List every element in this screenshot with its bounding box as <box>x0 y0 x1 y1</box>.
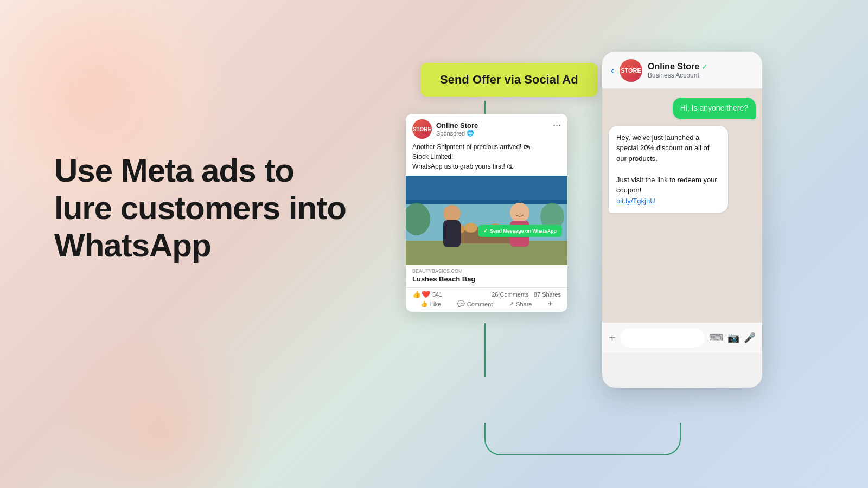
fb-share-button[interactable]: ↗ Share <box>509 300 532 307</box>
market-scene-svg <box>406 176 567 265</box>
wa-contact-avatar: STORE <box>620 59 642 82</box>
wa-coupon-link[interactable]: bit.ly/TgkjhU <box>616 197 655 205</box>
reactions-count: 541 <box>432 291 442 298</box>
wa-business-label: Business Account <box>648 72 754 79</box>
wa-input-icons: ⌨ 📷 🎤 <box>709 332 756 344</box>
svg-rect-3 <box>406 241 567 265</box>
fb-comment-icon: 💬 <box>457 300 465 307</box>
headline-line3: WhatsApp <box>54 227 211 264</box>
svg-rect-2 <box>406 200 567 204</box>
fb-more-options-icon[interactable]: ··· <box>553 119 561 131</box>
svg-point-12 <box>510 203 529 222</box>
wa-contact-info: Online Store ✓ Business Account <box>648 62 754 79</box>
fb-whatsapp-cta[interactable]: ✓ Send Message on WhatsApp <box>478 225 562 237</box>
fb-post-text: Another Shipment of precious arrived! 🛍 … <box>406 142 567 176</box>
svg-rect-11 <box>443 220 461 247</box>
connector-bottom-curve <box>484 423 681 455</box>
wa-mic-icon[interactable]: 🎤 <box>744 332 756 344</box>
fb-like-button[interactable]: 👍 Like <box>420 300 441 307</box>
fb-sponsored-label: Sponsored 🌐 <box>436 130 478 137</box>
fb-product-name: Lushes Beach Bag <box>412 275 561 283</box>
send-offer-button[interactable]: Send Offer via Social Ad <box>420 63 598 97</box>
fb-share-label: Share <box>516 301 532 307</box>
headline-section: Use Meta ads to lure customers into What… <box>54 152 391 264</box>
sponsored-dot-icon: 🌐 <box>467 130 474 137</box>
shares-count: 87 Shares <box>534 291 561 298</box>
svg-point-10 <box>443 205 461 222</box>
wa-outgoing-text: Hi, Is anyone there? <box>680 104 748 112</box>
fb-reactions-bar: 👍 ❤️ 541 26 Comments 87 Shares <box>406 287 567 299</box>
wa-camera-icon[interactable]: 📷 <box>727 332 739 344</box>
fb-post-header: STORE Online Store Sponsored 🌐 ··· <box>406 114 567 142</box>
heart-icon: ❤️ <box>422 290 430 298</box>
fb-send-icon: ✈ <box>548 300 553 307</box>
fb-share-icon: ↗ <box>509 300 514 307</box>
fb-like-label: Like <box>430 301 441 307</box>
fb-post-url: BEAUTYBASICS.COM <box>412 268 561 274</box>
wa-contact-name-text: Online Store <box>648 62 699 72</box>
fb-send-button[interactable]: ✈ <box>548 300 553 307</box>
connector-bottom-vertical <box>484 323 486 377</box>
wa-input-area: + ⌨ 📷 🎤 <box>602 322 762 353</box>
wa-back-button[interactable]: ‹ <box>611 65 614 76</box>
wa-keyboard-icon[interactable]: ⌨ <box>709 332 723 344</box>
like-icon: 👍 <box>412 290 421 298</box>
fb-page-name: Online Store <box>436 121 478 130</box>
svg-rect-1 <box>406 176 567 202</box>
svg-point-6 <box>464 223 477 233</box>
fb-comment-button[interactable]: 💬 Comment <box>457 300 493 307</box>
fb-text-line1: Another Shipment of precious arrived! 🛍 <box>412 142 561 152</box>
wa-contact-name-row: Online Store ✓ <box>648 62 754 72</box>
headline-line2: lure customers into <box>54 190 346 226</box>
reaction-icons: 👍 ❤️ <box>412 290 430 298</box>
fb-like-icon: 👍 <box>420 300 428 307</box>
wa-incoming-text: Hey, we've just launched a special 20% d… <box>616 133 717 205</box>
wa-header: ‹ STORE Online Store ✓ Business Account <box>602 52 762 89</box>
fb-post-header-left: STORE Online Store Sponsored 🌐 <box>412 119 478 139</box>
fb-page-info: Online Store Sponsored 🌐 <box>436 121 478 137</box>
fb-whatsapp-btn-label: Send Message on WhatsApp <box>490 228 557 234</box>
headline-line1: Use Meta ads to <box>54 152 294 189</box>
wa-add-button[interactable]: + <box>609 331 616 345</box>
fb-post-image: ✓ Send Message on WhatsApp <box>406 176 567 265</box>
fb-text-line2: Stock Limited! <box>412 152 561 162</box>
fb-text-line3: WhatsApp us to grab yours first! 🛍 <box>412 162 561 171</box>
whatsapp-icon: ✓ <box>483 228 488 234</box>
fb-reactions-left: 👍 ❤️ 541 <box>412 290 442 298</box>
whatsapp-phone: ‹ STORE Online Store ✓ Business Account … <box>602 52 762 388</box>
fb-actions-row: 👍 Like 💬 Comment ↗ Share ✈ <box>406 299 567 312</box>
fb-page-avatar: STORE <box>412 119 432 139</box>
facebook-post-card: STORE Online Store Sponsored 🌐 ··· Anoth… <box>406 114 567 312</box>
fb-comments-shares: 26 Comments 87 Shares <box>492 291 561 298</box>
wa-verified-icon: ✓ <box>701 62 708 71</box>
wa-message-outgoing: Hi, Is anyone there? <box>673 98 756 119</box>
comments-count: 26 Comments <box>492 291 528 298</box>
wa-chat-area: Hi, Is anyone there? Hey, we've just lau… <box>602 89 762 322</box>
fb-post-footer: BEAUTYBASICS.COM Lushes Beach Bag <box>406 265 567 287</box>
wa-message-incoming: Hey, we've just launched a special 20% d… <box>609 126 728 213</box>
fb-comment-label: Comment <box>467 301 493 307</box>
decorative-blob-bottom <box>54 325 271 488</box>
wa-text-input[interactable] <box>620 328 705 348</box>
